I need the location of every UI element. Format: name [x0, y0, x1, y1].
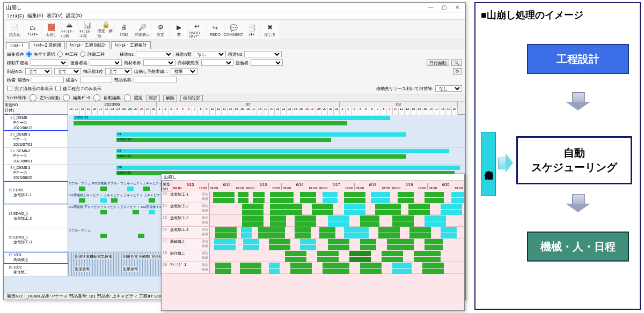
overlay-task-block[interactable]: [441, 227, 457, 233]
overlay-task-block[interactable]: [344, 198, 365, 203]
tool-ｷｬﾝｾﾙ・工程[interactable]: 📊ｷｬﾝｾﾙ・工程: [79, 21, 96, 39]
overlay-task-block[interactable]: [387, 245, 414, 250]
overlay-task-block[interactable]: [387, 239, 414, 244]
overlay-row[interactable]: 13放電加工-1製造稼働: [162, 191, 464, 203]
gantt-row[interactable]: 1I_DEM0Pケース2023/06/135/500..53: [4, 115, 465, 131]
gantt-bar[interactable]: 5/500..53: [116, 138, 331, 142]
move-n1-select[interactable]: [136, 51, 173, 57]
overlay-task-block[interactable]: [243, 245, 259, 250]
tab-filter1[interactable]: ﾌｨﾙﾀｰ１: [6, 42, 28, 49]
overlay-task-block[interactable]: [295, 233, 311, 239]
show-after-process-checkbox[interactable]: [55, 86, 61, 91]
tool-閉じる[interactable]: ✖閉じる: [261, 21, 279, 39]
overlay-task-block[interactable]: [414, 251, 441, 256]
overlay-task-block[interactable]: [270, 221, 286, 227]
overlay-task-block[interactable]: [409, 227, 431, 233]
material-status-select[interactable]: [201, 59, 233, 66]
overlay-task-block[interactable]: [258, 227, 285, 233]
task-chip[interactable]: [100, 187, 107, 191]
overlay-task-block[interactable]: [290, 269, 312, 274]
repeat-no-input[interactable]: [80, 77, 112, 83]
gantt-bar[interactable]: 53: [116, 149, 449, 153]
tool-ｷｬﾝｾﾙ・山崩[interactable]: ⛰ｷｬﾝｾﾙ・山崩: [61, 21, 78, 39]
tool-固定・解除[interactable]: 🔒固定・解除: [97, 21, 114, 39]
search-button[interactable]: 🔍: [451, 59, 462, 66]
overlay-task-block[interactable]: [214, 245, 236, 250]
overlay-task-block[interactable]: [344, 227, 369, 233]
overlay-task-block[interactable]: [425, 198, 444, 203]
tool-詳細表示[interactable]: 🔎詳細表示: [134, 21, 151, 39]
gantt-bar[interactable]: 53: [116, 132, 406, 137]
overlay-task-block[interactable]: [451, 198, 464, 203]
part-name-input[interactable]: [134, 77, 177, 83]
overlay-task-block[interactable]: [238, 198, 248, 203]
overlay-task-block[interactable]: [323, 269, 349, 274]
move-process-name-select[interactable]: [31, 59, 68, 66]
overlay-row[interactable]: 17高橋慎之製造稼働: [162, 239, 464, 250]
row-track[interactable]: 535/500..53: [68, 131, 465, 147]
overlay-task-block[interactable]: [382, 251, 403, 256]
tool-前[interactable]: ▶前: [170, 21, 187, 39]
overlay-task-block[interactable]: [285, 257, 306, 262]
leveling-forecast-select[interactable]: 標準: [171, 68, 197, 74]
overlay-task-block[interactable]: [441, 204, 462, 209]
part-no-select2[interactable]: 全て: [54, 68, 81, 74]
overlay-row-label[interactable]: 14放電加工-2製造稼働: [162, 203, 210, 214]
overlay-task-block[interactable]: [323, 263, 349, 268]
gantt-bar[interactable]: 5/500..53: [74, 116, 390, 120]
assignee-select[interactable]: [90, 59, 122, 66]
row-label[interactable]: 181002家住慎二: [4, 264, 68, 276]
overlay-task-block[interactable]: [398, 192, 414, 197]
overlay-track[interactable]: [210, 203, 464, 214]
menu-edit[interactable]: 編集(E): [27, 12, 43, 19]
overlay-task-block[interactable]: [215, 227, 237, 233]
task-chip[interactable]: [127, 187, 134, 191]
menu-file[interactable]: ﾌｧｲﾙ(F): [7, 13, 24, 19]
overlay-task-block[interactable]: [300, 192, 316, 197]
tool-COMMENT[interactable]: 💬COMMENT: [225, 21, 242, 39]
gantt-row[interactable]: 2I_DEM0-1Pケース2023/07/01535/500..53: [4, 131, 465, 148]
task-chip[interactable]: [79, 187, 85, 191]
overlay-task-block[interactable]: [344, 210, 365, 215]
gantt-row[interactable]: 3I_DEM0-2Pケース2023/08/01535/500..53: [4, 148, 465, 165]
overlay-task-block[interactable]: [344, 233, 369, 239]
text-bar[interactable]: 別形状電機軸電気抜電: [74, 254, 113, 259]
refresh-button[interactable]: ⟳: [453, 68, 462, 74]
overlay-track[interactable]: [210, 239, 464, 250]
overlay-task-block[interactable]: [295, 221, 316, 227]
mfg-no-input[interactable]: [32, 77, 64, 83]
text-bar[interactable]: 生形放電: [74, 266, 91, 272]
overlay-track[interactable]: [210, 191, 464, 203]
task-chip[interactable]: [138, 234, 144, 238]
overlay-task-block[interactable]: [375, 210, 401, 215]
overlay-task-block[interactable]: [312, 210, 333, 215]
overlay-task-block[interactable]: [300, 198, 316, 203]
overlay-task-block[interactable]: [323, 192, 338, 197]
row-track[interactable]: 5/500..53: [68, 115, 465, 131]
overlay-task-block[interactable]: [243, 239, 259, 244]
row-label[interactable]: 15EDM3_1放電加工-3: [4, 228, 68, 251]
overlay-task-block[interactable]: [360, 221, 379, 227]
tab-cancel-process-summary[interactable]: ｷｬﾝｾﾙ・工程集計: [111, 41, 151, 49]
maximize-button[interactable]: ▢: [438, 4, 450, 10]
overlay-task-block[interactable]: [270, 210, 302, 215]
overlay-track[interactable]: [210, 250, 464, 262]
move-n3-select[interactable]: [244, 51, 282, 57]
overlay-task-block[interactable]: [215, 263, 231, 268]
date-auto-button[interactable]: 日付自動: [427, 59, 449, 66]
individual-setting-button[interactable]: 個別設定: [180, 95, 203, 101]
overlay-task-block[interactable]: [269, 269, 280, 274]
task-chip[interactable]: [143, 187, 150, 191]
overlay-task-block[interactable]: [349, 251, 371, 256]
overlay-task-block[interactable]: [213, 192, 235, 197]
tool-設定[interactable]: ⚙設定: [152, 21, 169, 39]
overlay-task-block[interactable]: [382, 257, 403, 262]
row-label[interactable]: 3I_DEM0-2Pケース2023/08/01: [4, 148, 68, 164]
overlay-task-block[interactable]: [392, 221, 414, 227]
overlay-task-block[interactable]: [441, 233, 457, 239]
row-label[interactable]: 2I_DEM0-1Pケース2023/07/01: [4, 131, 68, 147]
overlay-task-block[interactable]: [295, 215, 316, 221]
tool-読み込[interactable]: 📄読み込: [6, 21, 23, 39]
overlay-task-block[interactable]: [378, 233, 400, 239]
row-label[interactable]: 14EDM2_1放電加工-2: [4, 205, 68, 228]
